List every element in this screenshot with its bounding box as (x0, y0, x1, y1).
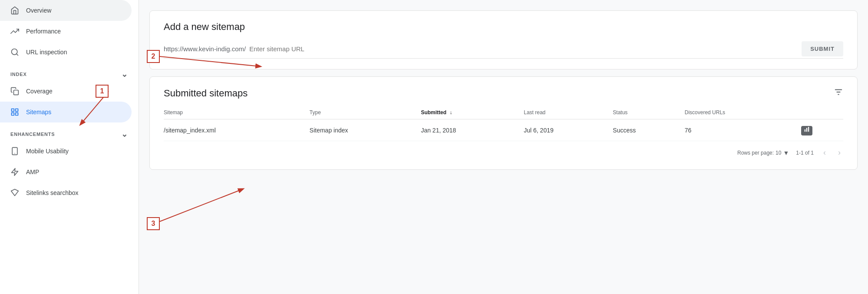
svg-rect-7 (12, 148, 17, 155)
rows-per-page-dropdown-icon[interactable]: ▼ (783, 149, 789, 156)
bar-chart-icon[interactable] (801, 126, 812, 135)
sidebar-item-label-amp: AMP (26, 168, 39, 175)
flash-icon (10, 168, 19, 176)
col-header-discovered-urls: Discovered URLs (685, 106, 801, 119)
svg-line-1 (17, 54, 18, 56)
svg-rect-6 (16, 113, 18, 116)
cell-last-read: Jul 6, 2019 (524, 119, 613, 141)
cell-bar-chart[interactable] (801, 119, 843, 141)
add-sitemap-card: Add a new sitemap https://www.kevin-indi… (149, 10, 858, 69)
index-section-header: Index ⌄ (0, 63, 139, 81)
grid-icon (10, 108, 19, 116)
submitted-sitemaps-card: Submitted sitemaps Sitemap Type Submitte… (149, 76, 858, 170)
sidebar: Overview Performance URL inspection Inde… (0, 0, 139, 294)
cell-discovered-urls: 76 (685, 119, 801, 141)
sidebar-item-label-coverage: Coverage (26, 88, 53, 95)
svg-rect-4 (16, 109, 18, 112)
col-header-last-read: Last read (524, 106, 613, 119)
index-section-label: Index (10, 72, 27, 77)
next-page-button[interactable]: › (835, 146, 843, 159)
sidebar-item-mobile-usability[interactable]: Mobile Usability (0, 141, 132, 162)
prev-page-button[interactable]: ‹ (821, 146, 828, 159)
col-header-submitted: Submitted ↓ (421, 106, 524, 119)
main-content: 1 2 3 Add a new sitemap https://www.kevi… (139, 0, 868, 294)
svg-line-18 (160, 189, 243, 221)
sidebar-item-label-overview: Overview (26, 7, 51, 14)
svg-marker-9 (12, 168, 18, 176)
sort-arrow-icon[interactable]: ↓ (449, 109, 452, 116)
trending-up-icon (10, 27, 19, 36)
svg-rect-3 (12, 109, 14, 112)
sidebar-item-label-sitemaps: Sitemaps (26, 109, 51, 116)
enhancements-section-header: Enhancements ⌄ (0, 122, 139, 141)
table-row: /sitemap_index.xml Sitemap index Jan 21,… (164, 119, 843, 141)
sidebar-item-label-mobile-usability: Mobile Usability (26, 148, 69, 155)
rows-per-page: Rows per page: 10 ▼ (737, 149, 789, 156)
sitemap-url-prefix: https://www.kevin-indig.com/ (164, 45, 246, 53)
svg-rect-14 (806, 128, 807, 132)
sidebar-item-label-sitelinks-searchbox: Sitelinks searchbox (26, 189, 79, 196)
add-sitemap-title: Add a new sitemap (164, 21, 843, 33)
col-header-type: Type (310, 106, 421, 119)
sidebar-item-overview[interactable]: Overview (0, 0, 132, 21)
cell-type: Sitemap index (310, 119, 421, 141)
sidebar-item-sitelinks-searchbox[interactable]: Sitelinks searchbox (0, 182, 132, 203)
sitemap-input-row: https://www.kevin-indig.com/ SUBMIT (164, 41, 843, 59)
annotation-3: 3 (147, 217, 160, 230)
sitemap-url-input[interactable] (246, 43, 795, 54)
sidebar-item-amp[interactable]: AMP (0, 162, 132, 182)
sidebar-item-coverage[interactable]: Coverage (0, 81, 132, 102)
diamond-icon (10, 188, 19, 197)
index-chevron-icon[interactable]: ⌄ (121, 69, 128, 79)
file-copy-icon (10, 87, 19, 96)
svg-rect-2 (14, 90, 19, 95)
enhancements-section-label: Enhancements (10, 132, 55, 137)
sidebar-item-url-inspection[interactable]: URL inspection (0, 42, 132, 63)
sidebar-item-performance[interactable]: Performance (0, 21, 132, 42)
col-header-status: Status (613, 106, 684, 119)
filter-icon[interactable] (834, 87, 843, 99)
page-info: 1-1 of 1 (796, 150, 814, 156)
svg-rect-5 (12, 113, 14, 116)
cell-submitted: Jan 21, 2018 (421, 119, 524, 141)
enhancements-chevron-icon[interactable]: ⌄ (121, 129, 128, 139)
pagination: Rows per page: 10 ▼ 1-1 of 1 ‹ › (164, 141, 843, 159)
cell-status: Success (613, 119, 684, 141)
submitted-sitemaps-title: Submitted sitemaps (164, 88, 248, 99)
submitted-sitemaps-header: Submitted sitemaps (164, 87, 843, 99)
cell-sitemap: /sitemap_index.xml (164, 119, 310, 141)
sidebar-item-label-performance: Performance (26, 28, 61, 35)
search-icon (10, 48, 19, 56)
rows-per-page-value: 10 (776, 150, 781, 156)
svg-rect-15 (808, 127, 809, 132)
sitemaps-table: Sitemap Type Submitted ↓ Last read Statu… (164, 106, 843, 141)
col-header-actions (801, 106, 843, 119)
sidebar-item-sitemaps[interactable]: Sitemaps (0, 102, 132, 122)
rows-per-page-label: Rows per page: (737, 150, 774, 156)
home-icon (10, 6, 19, 15)
svg-rect-13 (805, 129, 805, 132)
phone-icon (10, 147, 19, 155)
col-header-sitemap: Sitemap (164, 106, 310, 119)
annotation-2: 2 (147, 50, 160, 63)
sidebar-item-label-url-inspection: URL inspection (26, 49, 67, 56)
submit-button[interactable]: SUBMIT (802, 41, 843, 56)
